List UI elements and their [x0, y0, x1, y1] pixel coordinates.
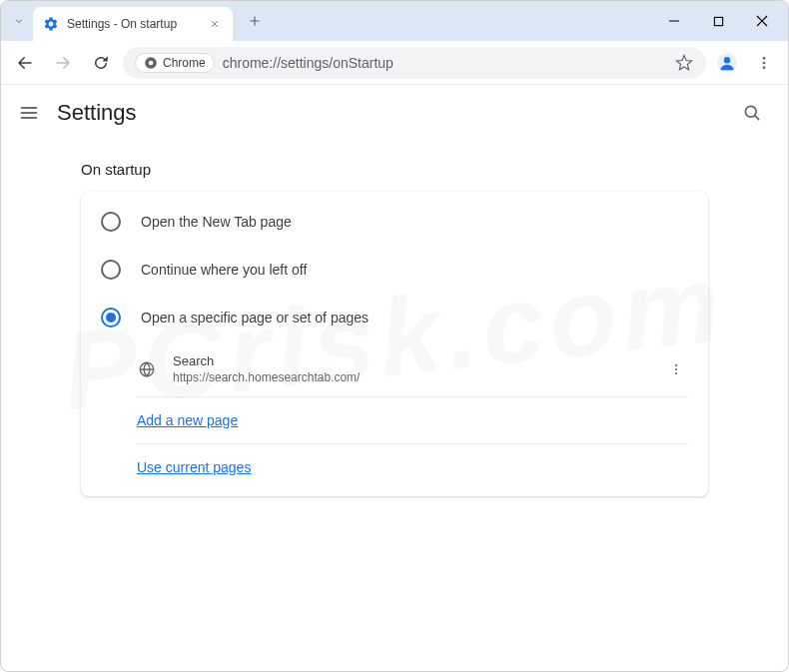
add-new-page-link[interactable]: Add a new page [137, 412, 238, 428]
minimize-button[interactable] [652, 1, 696, 41]
settings-header: Settings [1, 85, 788, 141]
radio-label: Open the New Tab page [141, 214, 292, 230]
globe-icon [137, 359, 157, 379]
radio-option-specific-pages[interactable]: Open a specific page or set of pages [81, 294, 708, 341]
use-current-pages-link[interactable]: Use current pages [137, 459, 251, 475]
radio-option-continue[interactable]: Continue where you left off [81, 246, 708, 294]
browser-tab[interactable]: Settings - On startup [33, 7, 233, 41]
page-title: Settings [57, 100, 137, 126]
address-bar[interactable]: Chrome chrome://settings/onStartup [123, 47, 706, 79]
chrome-icon [144, 56, 158, 70]
tab-title: Settings - On startup [67, 17, 199, 31]
bookmark-star-icon[interactable] [674, 53, 694, 73]
radio-icon-selected [101, 308, 121, 328]
browser-toolbar: Chrome chrome://settings/onStartup [1, 41, 788, 85]
svg-point-5 [763, 57, 766, 60]
chrome-chip: Chrome [135, 53, 215, 73]
svg-point-11 [675, 367, 677, 369]
svg-point-12 [675, 372, 677, 374]
radio-option-new-tab[interactable]: Open the New Tab page [81, 198, 708, 246]
maximize-button[interactable] [696, 1, 740, 41]
chrome-chip-label: Chrome [163, 56, 206, 70]
svg-point-10 [675, 363, 677, 365]
new-tab-button[interactable] [241, 7, 269, 35]
startup-page-name: Search [173, 353, 648, 368]
svg-point-7 [763, 66, 766, 69]
url-text: chrome://settings/onStartup [223, 55, 394, 71]
svg-point-2 [149, 60, 154, 65]
browser-menu-button[interactable] [748, 47, 780, 79]
back-button[interactable] [9, 47, 41, 79]
settings-content: On startup Open the New Tab page Continu… [1, 141, 788, 671]
forward-button[interactable] [47, 47, 79, 79]
hamburger-menu-icon[interactable] [17, 101, 41, 125]
section-title: On startup [81, 161, 708, 178]
close-window-button[interactable] [740, 1, 784, 41]
startup-card: Open the New Tab page Continue where you… [81, 192, 708, 496]
svg-point-6 [763, 61, 766, 64]
profile-button[interactable] [712, 48, 742, 78]
svg-rect-0 [714, 17, 722, 25]
close-icon[interactable] [207, 16, 223, 32]
startup-page-row: Search https://search.homesearchtab.com/ [137, 341, 688, 396]
radio-icon [101, 260, 121, 280]
gear-icon [43, 16, 59, 32]
radio-label: Continue where you left off [141, 262, 307, 278]
tab-search-dropdown[interactable] [5, 7, 33, 35]
reload-button[interactable] [85, 47, 117, 79]
svg-point-4 [724, 57, 730, 63]
radio-icon [101, 212, 121, 232]
search-icon[interactable] [732, 93, 772, 133]
page-menu-button[interactable] [664, 357, 688, 381]
radio-label: Open a specific page or set of pages [141, 310, 369, 326]
startup-page-url: https://search.homesearchtab.com/ [173, 370, 648, 384]
titlebar: Settings - On startup [1, 1, 788, 41]
